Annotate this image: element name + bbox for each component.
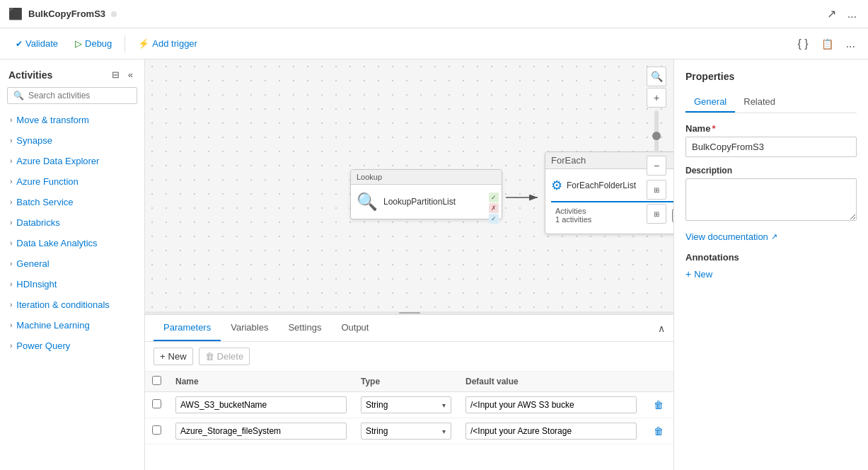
trigger-icon: ⚡ — [138, 38, 149, 49]
chevron-icon: › — [10, 178, 12, 185]
row-default-cell — [458, 392, 644, 418]
sidebar-item-synapse[interactable]: ›Synapse — [0, 130, 144, 151]
sidebar-item-azure-function[interactable]: ›Azure Function — [0, 171, 144, 192]
row-delete-cell: 🗑 — [644, 392, 673, 418]
select-all-checkbox[interactable] — [152, 376, 161, 385]
sidebar-item-azure-data-explorer[interactable]: ›Azure Data Explorer — [0, 151, 144, 171]
row-checkbox-cell — [145, 418, 168, 445]
table-row: String Bool Int Float Array Object Secur… — [145, 392, 673, 418]
annotations-title: Annotations — [685, 252, 857, 263]
search-icon: 🔍 — [13, 91, 24, 101]
bottom-tabs: ParametersVariablesSettingsOutput ∧ — [145, 315, 673, 342]
sidebar-item-label: Move & transform — [16, 115, 89, 125]
row-delete-cell: 🗑 — [644, 418, 673, 445]
param-default-input-1[interactable] — [465, 423, 637, 440]
sidebar-item-label: Databricks — [16, 217, 59, 228]
row-name-cell — [168, 418, 354, 445]
sidebar-item-label: Batch Service — [16, 197, 73, 207]
toolbar: ✔ Validate ▷ Debug ⚡ Add trigger { } 📋 .… — [0, 28, 868, 59]
zoom-in-button[interactable]: + — [647, 88, 666, 108]
bottom-tab-settings[interactable]: Settings — [278, 315, 331, 341]
sidebar: Activities ⊟ « 🔍 ›Move & transform›Synap… — [0, 59, 145, 470]
sidebar-item-machine-learning[interactable]: ›Machine Learning — [0, 315, 144, 336]
toolbar-separator — [125, 35, 125, 52]
add-annotation-plus-icon: + — [685, 268, 691, 280]
new-param-button[interactable]: + New — [154, 348, 193, 365]
pipeline-name-input[interactable] — [685, 137, 857, 157]
view-documentation-link[interactable]: View documentation ↗ — [685, 231, 857, 242]
toolbar-more-button[interactable]: ... — [842, 35, 860, 53]
sidebar-items-list: ›Move & transform›Synapse›Azure Data Exp… — [0, 110, 144, 356]
lookup-node-icon: 🔍 — [357, 192, 378, 212]
fit-canvas-button[interactable]: ⊞ — [647, 180, 666, 200]
param-type-select-0[interactable]: String Bool Int Float Array Object Secur… — [361, 396, 451, 413]
debug-button[interactable]: ▷ Debug — [68, 34, 119, 53]
search-input[interactable] — [28, 91, 134, 101]
sidebar-item-move-transform[interactable]: ›Move & transform — [0, 110, 144, 130]
chevron-icon: › — [10, 280, 12, 288]
code-button[interactable]: { } — [794, 35, 813, 53]
lookup-node[interactable]: Lookup 🔍 LookupPartitionList ✓ ✗ ✓ — [350, 169, 502, 219]
param-type-select-1[interactable]: String Bool Int Float Array Object Secur… — [361, 423, 451, 440]
properties-title: Properties — [685, 71, 857, 82]
bottom-tab-variables[interactable]: Variables — [221, 315, 278, 341]
sidebar-item-label: Power Query — [16, 340, 70, 351]
props-tab-related[interactable]: Related — [735, 92, 784, 113]
sidebar-item-general[interactable]: ›General — [0, 253, 144, 274]
description-textarea[interactable] — [685, 178, 857, 221]
col-checkbox — [145, 372, 168, 392]
bottom-tab-parameters[interactable]: Parameters — [154, 315, 221, 341]
foreach-edit-button[interactable]: ✏ — [672, 209, 673, 222]
sidebar-item-databricks[interactable]: ›Databricks — [0, 212, 144, 233]
delete-param-button[interactable]: 🗑 Delete — [199, 348, 250, 365]
main-layout: Activities ⊟ « 🔍 ›Move & transform›Synap… — [0, 59, 868, 470]
zoom-slider[interactable] — [654, 110, 659, 153]
validate-button[interactable]: ✔ Validate — [8, 34, 65, 53]
props-tab-general[interactable]: General — [685, 92, 735, 113]
sidebar-item-iteration-conditionals[interactable]: ›Iteration & conditionals — [0, 294, 144, 315]
monitor-button[interactable]: 📋 — [817, 35, 838, 52]
grid-canvas-button[interactable]: ⊞ — [647, 204, 666, 224]
properties-tabs: GeneralRelated — [685, 92, 857, 113]
row-delete-button-1[interactable]: 🗑 — [651, 424, 666, 438]
row-checkbox-1[interactable] — [152, 425, 161, 435]
row-delete-button-0[interactable]: 🗑 — [651, 398, 666, 412]
param-name-input-0[interactable] — [175, 396, 347, 413]
zoom-out-button[interactable]: − — [647, 156, 666, 176]
lookup-node-body: 🔍 LookupPartitionList — [351, 185, 502, 219]
col-actions-header — [644, 372, 673, 392]
plus-icon: + — [160, 351, 166, 362]
add-annotation-button[interactable]: + New — [685, 268, 857, 280]
unsaved-dot — [111, 11, 117, 17]
bottom-tab-output[interactable]: Output — [331, 315, 378, 341]
chevron-icon: › — [10, 157, 12, 165]
params-table-scroll: Name Type Default value String Bool I — [145, 372, 673, 445]
foreach-activities-info: Activities 1 activities — [555, 207, 591, 224]
sidebar-filter-icon[interactable]: ⊟ — [109, 67, 122, 83]
expand-button[interactable]: ↗ — [824, 4, 839, 23]
lookup-ctrl-fail[interactable]: ✗ — [489, 203, 499, 213]
pipeline-title: BulkCopyFromS3 — [28, 8, 105, 19]
lookup-ctrl-complete[interactable]: ✓ — [489, 214, 499, 224]
search-canvas-button[interactable]: 🔍 — [647, 67, 666, 86]
row-checkbox-cell — [145, 392, 168, 418]
sidebar-item-hdinsight[interactable]: ›HDInsight — [0, 274, 144, 294]
sidebar-item-power-query[interactable]: ›Power Query — [0, 336, 144, 356]
sidebar-collapse-icon[interactable]: « — [125, 67, 136, 83]
collapse-bottom-panel-button[interactable]: ∧ — [658, 323, 665, 334]
row-checkbox-0[interactable] — [152, 399, 161, 408]
foreach-icon: ⚙ — [551, 178, 562, 193]
lookup-ctrl-success[interactable]: ✓ — [489, 193, 499, 202]
pipeline-canvas[interactable]: Lookup 🔍 LookupPartitionList ✓ ✗ ✓ ForEa… — [145, 59, 673, 311]
add-trigger-button[interactable]: ⚡ Add trigger — [131, 34, 204, 53]
table-row: String Bool Int Float Array Object Secur… — [145, 418, 673, 445]
sidebar-item-data-lake-analytics[interactable]: ›Data Lake Analytics — [0, 233, 144, 253]
param-default-input-0[interactable] — [465, 396, 637, 413]
top-bar-left: ⬛ BulkCopyFromS3 — [8, 7, 117, 21]
description-label: Description — [685, 166, 857, 176]
param-name-input-1[interactable] — [175, 423, 347, 440]
search-box: 🔍 — [7, 87, 137, 104]
more-button[interactable]: ... — [845, 5, 860, 23]
lookup-node-label: LookupPartitionList — [383, 197, 456, 207]
sidebar-item-batch-service[interactable]: ›Batch Service — [0, 192, 144, 212]
